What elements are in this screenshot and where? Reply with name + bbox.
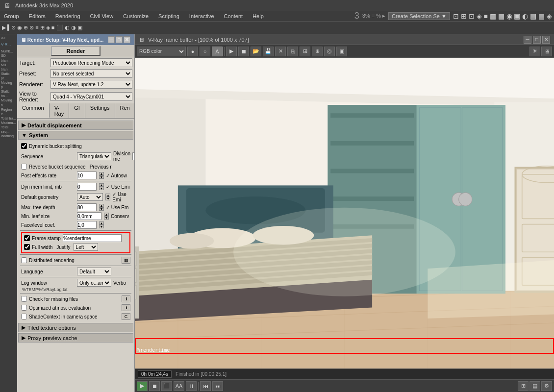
tab-settings[interactable]: Settings — [85, 103, 115, 118]
proxy-preview-section[interactable]: ▶ Proxy preview cache — [18, 333, 133, 343]
frame-stamp-input[interactable] — [63, 234, 122, 242]
renderer-row: Renderer: V-Ray Next, update 1.2 — [17, 79, 134, 90]
vfb-history-btn[interactable]: ⊞ — [518, 381, 529, 391]
max-tree-input[interactable] — [77, 203, 97, 211]
menu-item-rendering[interactable]: Rendering — [53, 12, 82, 20]
tab-vray[interactable]: V-Ray — [50, 103, 70, 118]
menu-item-interactive[interactable]: Interactive — [187, 12, 216, 20]
vfb-close-btn[interactable]: ✕ — [542, 36, 550, 44]
section-system[interactable]: ▼ System — [18, 131, 133, 140]
vfb-play-btn[interactable]: ▶ — [226, 47, 237, 56]
dyn-mem-down[interactable]: ▼ — [99, 187, 104, 190]
min-leaf-up[interactable]: ▲ — [104, 213, 109, 216]
render-aa-btn[interactable]: AA — [174, 381, 184, 391]
geom-down[interactable]: ▼ — [105, 197, 110, 200]
post-effects-input[interactable] — [77, 172, 97, 179]
section-label: Default displacement — [27, 122, 82, 128]
dynamic-bucket-checkbox[interactable] — [21, 143, 27, 149]
min-leaf-input[interactable] — [77, 212, 101, 220]
render-prev-btn[interactable]: ⏮ — [200, 381, 211, 391]
vfb-box-btn[interactable]: ▣ — [336, 47, 347, 56]
division-input[interactable] — [132, 152, 134, 160]
post-effects-down[interactable]: ▼ — [99, 175, 104, 179]
reverse-bucket-checkbox[interactable] — [21, 164, 27, 170]
close-btn[interactable]: ✕ — [124, 36, 130, 43]
full-width-checkbox[interactable] — [24, 244, 30, 250]
tab-gi[interactable]: GI — [69, 103, 85, 118]
vfb-minimize-btn[interactable]: ─ — [524, 36, 531, 44]
vfb-circle-btn[interactable]: ○ — [200, 47, 210, 56]
face-level-input[interactable] — [77, 221, 97, 229]
optimized-atmos-btn[interactable]: ℹ — [122, 304, 130, 311]
target-dropdown[interactable]: Production Rendering Mode — [50, 58, 132, 67]
menu-item-help[interactable]: Help — [251, 12, 266, 20]
vfb-layers-btn[interactable]: ▤ — [529, 381, 540, 391]
distributed-btn[interactable]: ▦ — [122, 257, 130, 264]
max-tree-up[interactable]: ▲ — [99, 204, 104, 207]
division-label: Division me — [113, 151, 130, 162]
sequence-dropdown[interactable]: Triangulation — [77, 152, 111, 160]
geom-up[interactable]: ▲ — [105, 194, 110, 197]
view-label: View to Render: — [19, 91, 49, 102]
tab-ren[interactable]: Ren — [115, 103, 135, 118]
vfb-monitor-btn[interactable]: 🖥 — [541, 47, 552, 56]
vfb-open-btn[interactable]: 📂 — [251, 47, 261, 56]
check-missing-checkbox[interactable] — [21, 296, 27, 302]
shade-context-btn[interactable]: C — [122, 313, 130, 320]
default-geom-dropdown[interactable]: Auto — [77, 193, 103, 201]
vfb-save-btn[interactable]: 💾 — [263, 47, 274, 56]
render-region-btn[interactable]: ⬛ — [161, 381, 172, 391]
min-leaf-down[interactable]: ▼ — [104, 216, 109, 220]
tab-common[interactable]: Common — [17, 103, 50, 118]
menu-item-civilview[interactable]: Civil View — [88, 12, 115, 20]
menu-item-scripting[interactable]: Scripting — [156, 12, 181, 20]
target-row: Target: Production Rendering Mode — [17, 57, 134, 68]
vfb-copy-btn[interactable]: ⎘ — [287, 47, 298, 56]
view-dropdown[interactable]: Quad 4 - VRayCam001 — [50, 92, 132, 101]
vfb-target-btn[interactable]: ⊕ — [312, 47, 323, 56]
menu-item-group[interactable]: Group — [2, 12, 21, 20]
render-stop-btn[interactable]: ⏹ — [149, 381, 160, 391]
frame-stamp-checkbox[interactable] — [24, 235, 30, 241]
maximize-btn[interactable]: □ — [116, 36, 123, 43]
render-pause-btn[interactable]: ⏸ — [186, 381, 197, 391]
section-default-displacement[interactable]: ▶ Default displacement — [18, 121, 133, 130]
justify-dropdown[interactable]: Left — [74, 243, 98, 251]
language-dropdown[interactable]: Default — [77, 268, 111, 275]
max-tree-down[interactable]: ▼ — [99, 207, 104, 211]
vfb-A-btn[interactable]: A — [212, 47, 223, 56]
create-selection-btn[interactable]: Create Selection Se ▼ — [388, 12, 450, 20]
vfb-maximize-btn[interactable]: □ — [533, 36, 541, 44]
system-content: Dynamic bucket splitting Sequence Triang… — [18, 141, 133, 322]
face-level-row: Face/level coef. ▲ ▼ — [20, 220, 131, 229]
render-next-btn[interactable]: ⏭ — [212, 381, 223, 391]
vfb-settings2-btn[interactable]: ⚙ — [541, 381, 552, 391]
vfb-sun-btn[interactable]: ☀ — [529, 47, 540, 56]
face-level-up[interactable]: ▲ — [99, 221, 104, 225]
log-window-dropdown[interactable]: Only o...arning — [77, 279, 111, 287]
post-effects-up[interactable]: ▲ — [99, 172, 104, 175]
preset-dropdown[interactable]: No preset selected — [50, 69, 132, 78]
menu-item-customize[interactable]: Customize — [121, 12, 151, 20]
vfb-circle2-btn[interactable]: ◎ — [324, 47, 335, 56]
vfb-del-btn[interactable]: ✕ — [275, 47, 286, 56]
vfb-stop-btn[interactable]: ⏹ — [238, 47, 249, 56]
menu-item-content[interactable]: Content — [222, 12, 245, 20]
shade-context-checkbox[interactable] — [21, 314, 27, 319]
dyn-mem-input[interactable] — [77, 183, 97, 191]
render-start-btn[interactable]: ▶ — [137, 381, 148, 391]
menu-item-editors[interactable]: Editors — [27, 12, 48, 20]
minimize-btn[interactable]: ─ — [108, 36, 115, 43]
vfb-color-btn[interactable]: ● — [187, 47, 198, 56]
optimized-atmos-checkbox[interactable] — [21, 305, 27, 311]
menu-bar: Group Editors Rendering Civil View Custo… — [0, 11, 554, 22]
face-level-down[interactable]: ▼ — [99, 225, 104, 228]
render-button[interactable]: Render — [51, 46, 101, 56]
renderer-dropdown[interactable]: V-Ray Next, update 1.2 — [50, 80, 132, 89]
color-channel-dropdown[interactable]: RGB color — [137, 47, 186, 56]
dyn-mem-up[interactable]: ▲ — [99, 183, 104, 187]
vfb-grid-btn[interactable]: ⊞ — [300, 47, 310, 56]
check-missing-btn[interactable]: ℹ — [122, 295, 130, 302]
tiled-texture-section[interactable]: ▶ Tiled texture options — [18, 323, 133, 332]
distributed-checkbox[interactable] — [21, 257, 27, 263]
